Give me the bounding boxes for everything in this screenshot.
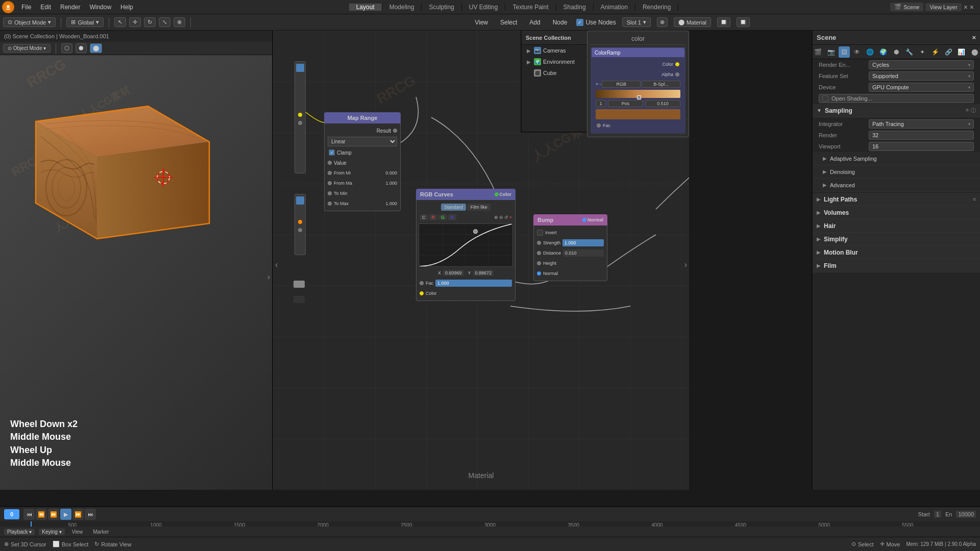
- feature-set-selector[interactable]: Supported ▾: [869, 71, 974, 81]
- tool-cursor[interactable]: ↖: [114, 17, 126, 27]
- prop-particles-icon[interactable]: ✦: [917, 46, 928, 58]
- volumes-toggle[interactable]: ▶ Volumes: [813, 206, 980, 219]
- advanced-toggle[interactable]: ▶ Advanced: [813, 179, 980, 192]
- map-range-clamp[interactable]: ✓ Clamp: [325, 147, 400, 158]
- tool-transform[interactable]: ⊕: [174, 17, 185, 27]
- popup-pos-num[interactable]: 1: [596, 100, 606, 107]
- ch-r[interactable]: R: [429, 214, 438, 220]
- menu-file[interactable]: File: [17, 3, 35, 12]
- keying-menu[interactable]: Keying ▾: [39, 529, 64, 535]
- node-editor-collapse-right[interactable]: ›: [684, 260, 687, 269]
- cube-expand[interactable]: [526, 70, 532, 76]
- popup-remove-stop[interactable]: -: [599, 82, 601, 87]
- color-in-socket[interactable]: [420, 291, 424, 295]
- ws-tab-modeling[interactable]: Modeling: [382, 4, 422, 11]
- scene-close-btn[interactable]: ×: [964, 3, 968, 11]
- playback-start[interactable]: ⏮: [23, 509, 35, 520]
- scene-selector[interactable]: 🎬 Scene: [890, 3, 923, 11]
- menu-window[interactable]: Window: [85, 3, 115, 12]
- playback-prev[interactable]: ⏩: [48, 509, 59, 520]
- status-box-select[interactable]: ⬜ Box Select: [53, 541, 89, 547]
- popup-colormode[interactable]: RGB: [602, 81, 641, 88]
- normal-socket[interactable]: [537, 271, 541, 276]
- popup-pos-value[interactable]: 0.510: [645, 100, 680, 107]
- curves-zoom-out[interactable]: ⊖: [499, 215, 503, 220]
- viewport-collapse-right[interactable]: ›: [267, 272, 270, 282]
- strip-handle-1[interactable]: [296, 64, 304, 72]
- prop-constraints-icon[interactable]: 🔗: [943, 46, 954, 58]
- view-menu[interactable]: View: [69, 529, 86, 535]
- sampling-section-toggle[interactable]: ▼ Sampling ≡ ⓘ: [813, 104, 980, 117]
- node-bump[interactable]: Bump Normal Invert Strength 1.000 Distan…: [533, 214, 607, 281]
- distance-socket[interactable]: [537, 251, 541, 255]
- node-add-menu[interactable]: Add: [526, 18, 543, 27]
- node-rgb-curves[interactable]: RGB Curves Color Standard Film like C R …: [416, 189, 516, 301]
- light-paths-toggle[interactable]: ▶ Light Paths ≡: [813, 193, 980, 206]
- viewlayer-selector[interactable]: View Layer: [925, 3, 961, 11]
- film-toggle[interactable]: ▶ Film: [813, 259, 980, 272]
- frommin-socket[interactable]: [328, 171, 332, 175]
- tool-move[interactable]: ✛: [129, 17, 141, 27]
- fac-value[interactable]: 1.000: [435, 280, 512, 287]
- bump-invert[interactable]: Invert: [534, 228, 607, 238]
- node-select-menu[interactable]: Select: [497, 18, 520, 27]
- sampling-menu[interactable]: ≡: [966, 107, 969, 114]
- prop-data-icon[interactable]: 📊: [956, 46, 967, 58]
- render-engine-selector[interactable]: Cycles ▾: [869, 60, 974, 69]
- rgb-curves-out-socket[interactable]: [495, 192, 499, 196]
- prop-mat-icon[interactable]: ⬤: [969, 46, 980, 58]
- viewport-samples-input[interactable]: 16: [869, 142, 974, 151]
- popup-color-swatch[interactable]: [596, 109, 680, 119]
- standard-btn[interactable]: Standard: [441, 204, 466, 211]
- ws-tab-uv-editing[interactable]: UV Editing: [462, 4, 506, 11]
- popup-gradient[interactable]: [596, 90, 680, 98]
- node-map-range[interactable]: Map Range Result Linear ✓ Clamp Va: [324, 112, 401, 211]
- height-socket[interactable]: [537, 261, 541, 265]
- map-range-interpolation[interactable]: Linear: [328, 137, 397, 146]
- playback-play[interactable]: ▶: [60, 509, 71, 520]
- slot-selector[interactable]: Slot 1 ▾: [622, 17, 651, 27]
- use-nodes-toggle[interactable]: ✓ Use Nodes: [576, 19, 616, 26]
- prop-world-icon[interactable]: 🌍: [878, 46, 889, 58]
- menu-help[interactable]: Help: [116, 3, 137, 12]
- ch-g[interactable]: G: [438, 214, 447, 220]
- pin-btn[interactable]: ⊕: [657, 17, 668, 27]
- prop-output-icon[interactable]: 🖼: [839, 46, 850, 58]
- sampling-info[interactable]: ⓘ: [971, 107, 976, 114]
- filmlike-btn[interactable]: Film like: [468, 204, 491, 211]
- tomax-socket[interactable]: [328, 202, 332, 206]
- status-set-cursor[interactable]: ⊕ Set 3D Cursor: [4, 541, 46, 547]
- distance-value[interactable]: 0.010: [563, 249, 604, 257]
- vp-shade-render[interactable]: ⬤: [90, 43, 102, 53]
- strength-value[interactable]: 1.000: [562, 239, 604, 246]
- invert-checkbox[interactable]: [537, 230, 543, 236]
- frommax-socket[interactable]: [328, 181, 332, 185]
- ws-tab-layout[interactable]: Layout: [349, 4, 382, 11]
- viewlayer-close-btn[interactable]: ×: [970, 3, 974, 11]
- status-select[interactable]: ⊙ Select: [851, 541, 874, 547]
- curves-canvas[interactable]: [419, 223, 513, 267]
- current-frame-input[interactable]: 0: [4, 509, 19, 519]
- curves-reset[interactable]: ↺: [504, 215, 508, 220]
- tomin-socket[interactable]: [328, 191, 332, 195]
- hair-toggle[interactable]: ▶ Hair: [813, 219, 980, 233]
- node-view-menu[interactable]: View: [472, 18, 491, 27]
- mat-icon1[interactable]: 🔲: [717, 17, 730, 27]
- bump-out-socket[interactable]: [582, 218, 586, 222]
- popup-add-stop[interactable]: +: [596, 82, 598, 87]
- popup-interpmode[interactable]: B-Spl...: [642, 81, 680, 88]
- strip-handle-2[interactable]: [296, 196, 304, 205]
- adaptive-sampling-toggle[interactable]: ▶ Adaptive Sampling: [813, 152, 980, 165]
- popup-color-socket[interactable]: [675, 62, 679, 66]
- playback-prev-key[interactable]: ⏪: [36, 509, 47, 520]
- integrator-selector[interactable]: Path Tracing ▾: [869, 119, 974, 129]
- ws-tab-sculpting[interactable]: Sculpting: [422, 4, 461, 11]
- tool-scale[interactable]: ⤡: [159, 17, 170, 27]
- prop-obj-icon[interactable]: ⬢: [891, 46, 902, 58]
- vp-shade-solid[interactable]: ⬢: [76, 43, 87, 53]
- playback-next[interactable]: ⏩: [72, 509, 84, 520]
- prop-view-icon[interactable]: 👁: [852, 46, 863, 58]
- popup-alpha-socket[interactable]: [675, 72, 679, 77]
- result-socket[interactable]: [393, 129, 397, 133]
- popup-fac-socket[interactable]: [597, 123, 601, 128]
